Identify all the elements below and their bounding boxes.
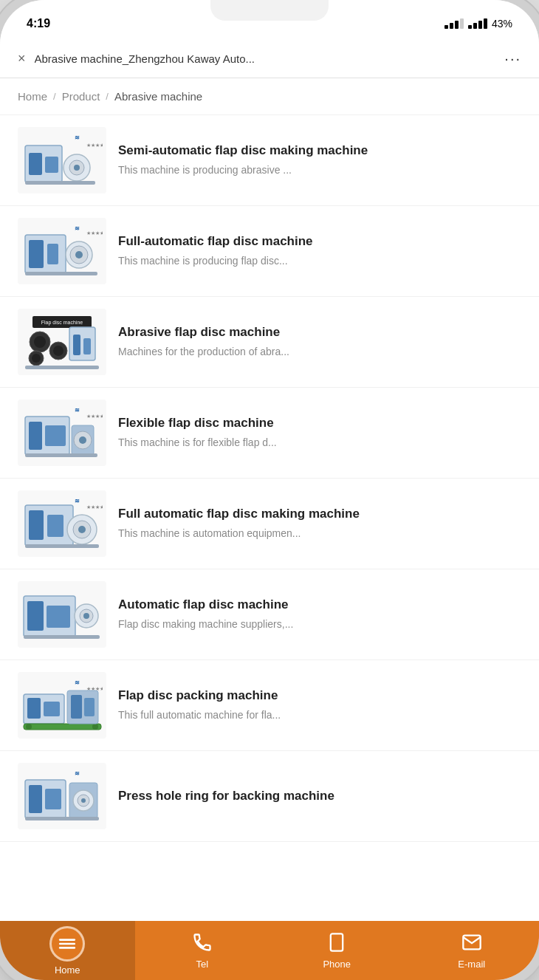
close-tab-button[interactable]: × [18, 51, 26, 66]
product-desc-7: This full automatic machine for fla... [118, 708, 521, 723]
product-image-8: ≋ [18, 763, 106, 829]
product-image-7: ≋ ★★★★★ [18, 672, 106, 739]
product-title-3: Abrasive flap disc machine [118, 324, 521, 340]
svg-text:★★★★★: ★★★★★ [86, 414, 103, 419]
svg-text:★★★★★: ★★★★★ [86, 230, 103, 236]
product-desc-4: This machine is for flexible flap d... [118, 436, 521, 450]
list-item[interactable]: ≋ ★★★★★ [0, 660, 539, 751]
product-info-1: Semi-automatic flap disc making machine … [118, 127, 521, 193]
svg-point-6 [74, 165, 80, 171]
svg-rect-43 [47, 515, 63, 537]
svg-rect-65 [84, 698, 95, 716]
breadcrumb-sep-2: / [106, 91, 109, 102]
svg-text:★★★★★: ★★★★★ [86, 504, 103, 510]
product-image-2: ≋ ★★★★★ [18, 218, 106, 284]
svg-text:≋: ≋ [75, 225, 80, 232]
svg-rect-33 [29, 422, 42, 450]
breadcrumb-current: Abrasive machine [114, 90, 202, 103]
product-info-5: Full automatic flap disc making machine … [118, 490, 521, 557]
product-desc-3: Machines for the production of abra... [118, 345, 521, 360]
svg-rect-27 [73, 335, 80, 355]
svg-point-23 [53, 346, 63, 356]
list-item[interactable]: ≋ ★★★★★ Full automatic flap disc making … [0, 479, 539, 569]
email-icon [461, 932, 482, 956]
product-desc-1: This machine is producing abrasive ... [118, 163, 521, 178]
nav-tel[interactable]: Tel [135, 932, 270, 970]
svg-rect-69 [45, 789, 61, 809]
product-desc-2: This machine is producing flap disc... [118, 254, 521, 269]
browser-url[interactable]: Abrasive machine_Zhengzhou Kaway Auto... [35, 52, 496, 65]
status-time: 4:19 [27, 17, 50, 30]
list-item[interactable]: ≋ ★★★★★ Flexible flap disc machine This … [0, 388, 539, 479]
svg-point-25 [32, 354, 41, 363]
svg-rect-28 [83, 338, 91, 354]
svg-text:Flap disc machine: Flap disc machine [41, 320, 83, 326]
product-title-8: Press hole ring for backing machine [118, 788, 521, 804]
svg-rect-64 [71, 695, 82, 719]
product-title-1: Semi-automatic flap disc making machine [118, 143, 521, 159]
svg-rect-34 [45, 425, 66, 446]
nav-email-label: E-mail [458, 959, 485, 970]
svg-rect-60 [24, 724, 101, 730]
product-info-7: Flap disc packing machine This full auto… [118, 672, 521, 739]
svg-rect-50 [47, 606, 70, 628]
svg-rect-3 [45, 157, 58, 173]
svg-rect-29 [25, 366, 99, 369]
bottom-nav: Home Tel Phone [0, 921, 539, 980]
product-info-2: Full-automatic flap disc machine This ma… [118, 218, 521, 284]
svg-point-46 [78, 526, 86, 533]
nav-home[interactable]: Home [0, 921, 135, 980]
svg-rect-11 [29, 240, 44, 268]
svg-text:≋: ≋ [75, 770, 80, 777]
list-item[interactable]: ≋ Press hole ring for backing machine [0, 751, 539, 842]
breadcrumb-sep-1: / [53, 91, 56, 102]
product-image-4: ≋ ★★★★★ [18, 400, 106, 466]
svg-point-61 [26, 724, 32, 730]
product-title-4: Flexible flap disc machine [118, 415, 521, 431]
list-item[interactable]: ≋ ★★★★★ Full-automatic flap disc machine… [0, 206, 539, 297]
list-item[interactable]: ≋ ★★★★★ [0, 115, 539, 206]
svg-point-62 [92, 724, 98, 730]
product-desc-5: This machine is automation equipmen... [118, 527, 521, 541]
signal-icon [444, 18, 464, 29]
nav-home-label: Home [55, 964, 80, 976]
mobile-icon [326, 932, 347, 956]
svg-text:★★★★★: ★★★★★ [86, 143, 103, 148]
svg-text:≋: ≋ [75, 134, 80, 141]
list-item[interactable]: Automatic flap disc machine Flap disc ma… [0, 569, 539, 660]
svg-rect-42 [29, 510, 44, 540]
breadcrumb-home[interactable]: Home [18, 90, 47, 103]
product-title-6: Automatic flap disc machine [118, 597, 521, 613]
svg-text:≋: ≋ [75, 679, 80, 686]
svg-point-21 [34, 336, 46, 348]
home-icon [49, 926, 85, 962]
nav-phone-label: Phone [323, 959, 351, 970]
product-title-2: Full-automatic flap disc machine [118, 233, 521, 250]
signal-icon-2 [468, 18, 487, 29]
product-image-3: Flap disc machine [18, 309, 106, 375]
product-info-6: Automatic flap disc machine Flap disc ma… [118, 581, 521, 648]
browser-bar: × Abrasive machine_Zhengzhou Kaway Auto.… [0, 40, 539, 78]
nav-phone[interactable]: Phone [270, 932, 405, 970]
svg-rect-74 [25, 817, 99, 820]
svg-rect-47 [25, 544, 99, 548]
browser-menu-button[interactable]: ··· [504, 50, 521, 67]
battery-text: 43% [492, 18, 512, 30]
notch [210, 0, 329, 21]
svg-text:≋: ≋ [75, 498, 80, 504]
product-list: ≋ ★★★★★ [0, 115, 539, 842]
phone-frame: 4:19 43% × Abrasive machine_Zhengzhou Ka… [0, 0, 539, 980]
svg-rect-59 [44, 702, 60, 716]
product-info-4: Flexible flap disc machine This machine … [118, 400, 521, 466]
product-info-8: Press hole ring for backing machine [118, 763, 521, 829]
list-item[interactable]: Flap disc machine [0, 297, 539, 388]
svg-point-53 [83, 613, 89, 619]
svg-rect-49 [27, 601, 44, 631]
product-title-7: Flap disc packing machine [118, 688, 521, 704]
breadcrumb-product[interactable]: Product [62, 90, 100, 103]
svg-rect-38 [25, 453, 97, 457]
breadcrumb: Home / Product / Abrasive machine [0, 78, 539, 115]
nav-email[interactable]: E-mail [405, 932, 540, 970]
svg-rect-17 [25, 272, 97, 275]
svg-point-73 [81, 798, 86, 803]
